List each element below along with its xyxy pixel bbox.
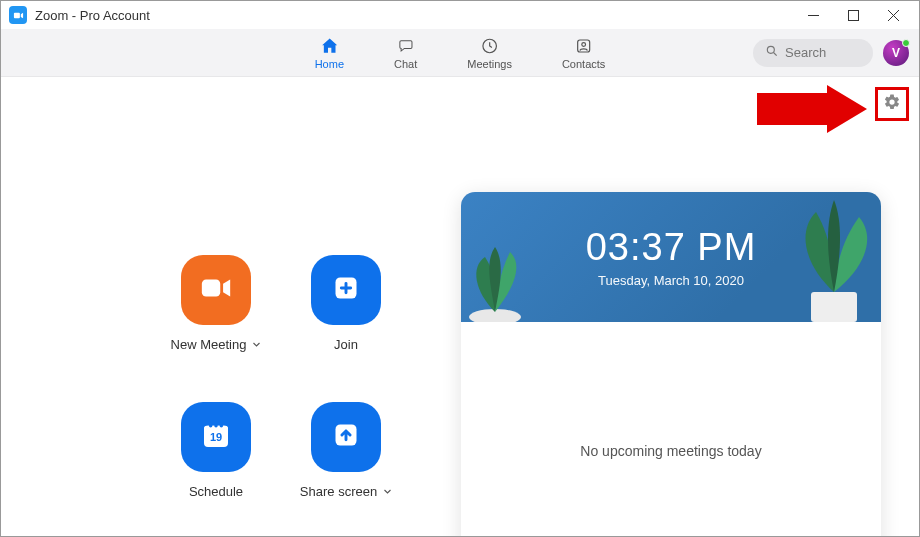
schedule-button[interactable]: 19 bbox=[181, 402, 251, 472]
new-meeting-action: New Meeting bbox=[156, 255, 276, 352]
tab-home-label: Home bbox=[315, 58, 344, 70]
top-toolbar: Home Chat Meetings Contacts Search bbox=[1, 29, 919, 77]
new-meeting-button[interactable] bbox=[181, 255, 251, 325]
tab-meetings[interactable]: Meetings bbox=[467, 36, 512, 70]
status-dot-icon bbox=[902, 39, 910, 47]
action-grid: New Meeting Join 19 bbox=[156, 255, 406, 499]
search-placeholder: Search bbox=[785, 45, 826, 60]
card-hero: 03:37 PM Tuesday, March 10, 2020 bbox=[461, 192, 881, 322]
plant-decoration-icon bbox=[771, 192, 881, 322]
plus-icon bbox=[332, 274, 360, 306]
video-icon bbox=[199, 271, 233, 309]
svg-point-8 bbox=[767, 46, 774, 53]
svg-rect-0 bbox=[13, 12, 19, 18]
tab-contacts[interactable]: Contacts bbox=[562, 36, 605, 70]
share-screen-action: Share screen bbox=[286, 402, 406, 499]
share-screen-label: Share screen bbox=[300, 484, 377, 499]
new-meeting-label: New Meeting bbox=[171, 337, 247, 352]
calendar-day: 19 bbox=[200, 431, 232, 443]
chat-icon bbox=[396, 36, 416, 56]
share-screen-button[interactable] bbox=[311, 402, 381, 472]
chevron-down-icon[interactable] bbox=[252, 337, 261, 352]
join-button[interactable] bbox=[311, 255, 381, 325]
annotation-highlight-box bbox=[875, 87, 909, 121]
avatar-initial: V bbox=[892, 46, 900, 60]
tab-home[interactable]: Home bbox=[315, 36, 344, 70]
tab-chat-label: Chat bbox=[394, 58, 417, 70]
tab-contacts-label: Contacts bbox=[562, 58, 605, 70]
window-title: Zoom - Pro Account bbox=[35, 8, 793, 23]
plant-decoration-icon bbox=[461, 232, 535, 322]
content-area: New Meeting Join 19 bbox=[1, 77, 919, 536]
card-body: No upcoming meetings today bbox=[461, 322, 881, 537]
minimize-button[interactable] bbox=[793, 1, 833, 29]
maximize-button[interactable] bbox=[833, 1, 873, 29]
settings-button[interactable] bbox=[881, 93, 903, 115]
tab-chat[interactable]: Chat bbox=[394, 36, 417, 70]
chevron-down-icon[interactable] bbox=[383, 484, 392, 499]
title-bar: Zoom - Pro Account bbox=[1, 1, 919, 29]
search-icon bbox=[765, 44, 779, 61]
nav-tabs: Home Chat Meetings Contacts bbox=[315, 36, 606, 70]
share-arrow-icon bbox=[332, 421, 360, 453]
gear-icon bbox=[883, 93, 901, 115]
svg-marker-10 bbox=[757, 85, 867, 133]
calendar-icon: 19 bbox=[200, 419, 232, 455]
svg-rect-2 bbox=[848, 10, 858, 20]
join-action: Join bbox=[286, 255, 406, 352]
home-icon bbox=[319, 36, 339, 56]
zoom-app-icon bbox=[9, 6, 27, 24]
clock-icon bbox=[480, 36, 500, 56]
tab-meetings-label: Meetings bbox=[467, 58, 512, 70]
search-input[interactable]: Search bbox=[753, 39, 873, 67]
annotation-arrow-icon bbox=[757, 85, 867, 137]
empty-message: No upcoming meetings today bbox=[580, 443, 761, 459]
join-label: Join bbox=[334, 337, 358, 352]
svg-point-15 bbox=[209, 424, 212, 427]
schedule-label: Schedule bbox=[189, 484, 243, 499]
upcoming-card: 03:37 PM Tuesday, March 10, 2020 No upco… bbox=[461, 192, 881, 537]
svg-line-9 bbox=[774, 53, 777, 56]
hero-date: Tuesday, March 10, 2020 bbox=[598, 273, 744, 288]
svg-rect-20 bbox=[811, 292, 857, 322]
svg-point-7 bbox=[582, 42, 586, 46]
svg-rect-11 bbox=[202, 280, 220, 297]
hero-time: 03:37 PM bbox=[586, 226, 757, 269]
svg-point-17 bbox=[220, 424, 223, 427]
avatar[interactable]: V bbox=[883, 40, 909, 66]
contacts-icon bbox=[574, 36, 594, 56]
close-button[interactable] bbox=[873, 1, 913, 29]
schedule-action: 19 Schedule bbox=[156, 402, 276, 499]
svg-point-16 bbox=[214, 424, 217, 427]
